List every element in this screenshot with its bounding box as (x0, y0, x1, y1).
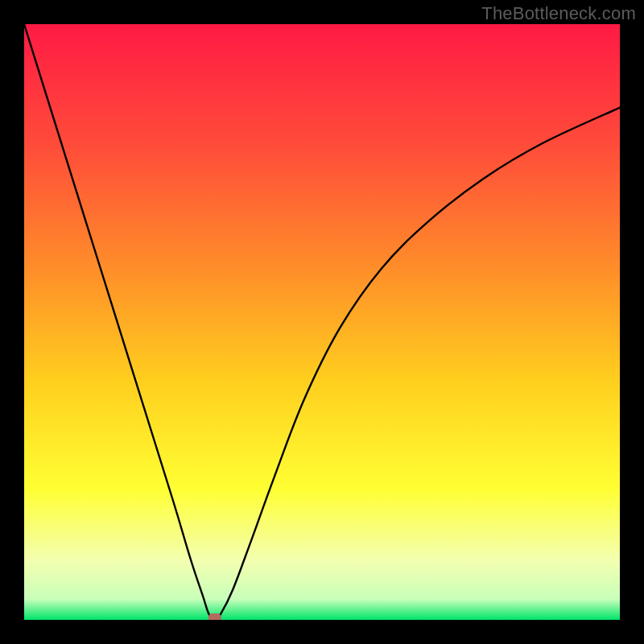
minimum-marker (208, 613, 221, 620)
plot-area (24, 24, 620, 620)
attribution-label: TheBottleneck.com (481, 3, 636, 24)
bottleneck-chart (24, 24, 620, 620)
gradient-background (24, 24, 620, 620)
chart-frame: TheBottleneck.com (0, 0, 644, 644)
